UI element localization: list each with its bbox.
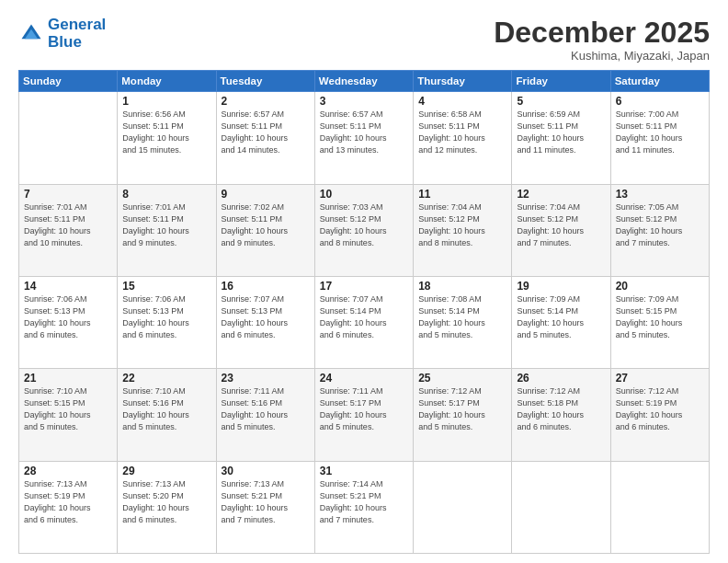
table-row: 13Sunrise: 7:05 AM Sunset: 5:12 PM Dayli… (610, 184, 709, 276)
table-row: 21Sunrise: 7:10 AM Sunset: 5:15 PM Dayli… (19, 369, 118, 461)
day-number: 28 (24, 465, 112, 477)
location-subtitle: Kushima, Miyazaki, Japan (494, 49, 710, 63)
day-number: 5 (517, 95, 605, 108)
day-info: Sunrise: 6:59 AM Sunset: 5:11 PM Dayligh… (517, 109, 605, 156)
day-info: Sunrise: 7:09 AM Sunset: 5:14 PM Dayligh… (517, 293, 605, 341)
table-row: 22Sunrise: 7:10 AM Sunset: 5:16 PM Dayli… (118, 369, 216, 461)
calendar-table: Sunday Monday Tuesday Wednesday Thursday… (18, 70, 710, 554)
table-row: 3Sunrise: 6:57 AM Sunset: 5:11 PM Daylig… (314, 92, 413, 184)
table-row: 8Sunrise: 7:01 AM Sunset: 5:11 PM Daylig… (118, 184, 216, 276)
day-number: 11 (418, 188, 506, 201)
day-info: Sunrise: 7:06 AM Sunset: 5:13 PM Dayligh… (24, 293, 112, 341)
table-row: 27Sunrise: 7:12 AM Sunset: 5:19 PM Dayli… (610, 369, 709, 461)
day-info: Sunrise: 7:06 AM Sunset: 5:13 PM Dayligh… (122, 293, 210, 341)
day-info: Sunrise: 6:57 AM Sunset: 5:11 PM Dayligh… (320, 109, 408, 156)
day-info: Sunrise: 7:01 AM Sunset: 5:11 PM Dayligh… (122, 201, 210, 249)
table-row: 18Sunrise: 7:08 AM Sunset: 5:14 PM Dayli… (414, 276, 512, 368)
day-number: 26 (517, 372, 605, 385)
calendar-week-row: 28Sunrise: 7:13 AM Sunset: 5:19 PM Dayli… (19, 461, 710, 553)
day-number: 12 (517, 188, 605, 201)
day-info: Sunrise: 7:14 AM Sunset: 5:21 PM Dayligh… (320, 478, 408, 526)
day-number: 17 (320, 280, 408, 293)
calendar-week-row: 14Sunrise: 7:06 AM Sunset: 5:13 PM Dayli… (19, 276, 710, 368)
header: General Blue December 2025 Kushima, Miya… (18, 17, 710, 63)
table-row: 6Sunrise: 7:00 AM Sunset: 5:11 PM Daylig… (610, 92, 709, 184)
day-number: 23 (222, 372, 310, 385)
calendar-week-row: 21Sunrise: 7:10 AM Sunset: 5:15 PM Dayli… (19, 369, 710, 461)
month-title: December 2025 (494, 17, 710, 49)
day-number: 29 (122, 465, 210, 477)
day-info: Sunrise: 7:10 AM Sunset: 5:16 PM Dayligh… (122, 385, 210, 433)
day-info: Sunrise: 7:01 AM Sunset: 5:11 PM Dayligh… (24, 201, 112, 249)
table-row: 15Sunrise: 7:06 AM Sunset: 5:13 PM Dayli… (118, 276, 216, 368)
day-number: 4 (418, 95, 506, 108)
calendar-week-row: 7Sunrise: 7:01 AM Sunset: 5:11 PM Daylig… (19, 184, 710, 276)
day-number: 2 (222, 95, 310, 108)
day-number: 21 (24, 372, 112, 385)
day-info: Sunrise: 7:12 AM Sunset: 5:18 PM Dayligh… (517, 385, 605, 433)
table-row: 19Sunrise: 7:09 AM Sunset: 5:14 PM Dayli… (512, 276, 610, 368)
day-info: Sunrise: 7:11 AM Sunset: 5:17 PM Dayligh… (320, 385, 408, 433)
table-row (610, 461, 709, 553)
table-row: 16Sunrise: 7:07 AM Sunset: 5:13 PM Dayli… (216, 276, 314, 368)
day-info: Sunrise: 7:04 AM Sunset: 5:12 PM Dayligh… (517, 201, 605, 249)
table-row (414, 461, 512, 553)
calendar-header-row: Sunday Monday Tuesday Wednesday Thursday… (19, 71, 710, 92)
day-info: Sunrise: 7:13 AM Sunset: 5:19 PM Dayligh… (24, 478, 112, 526)
table-row (19, 92, 118, 184)
day-number: 20 (616, 280, 704, 293)
day-number: 8 (122, 188, 210, 201)
table-row: 29Sunrise: 7:13 AM Sunset: 5:20 PM Dayli… (118, 461, 216, 553)
col-friday: Friday (512, 71, 610, 92)
table-row: 17Sunrise: 7:07 AM Sunset: 5:14 PM Dayli… (314, 276, 413, 368)
day-info: Sunrise: 7:02 AM Sunset: 5:11 PM Dayligh… (222, 201, 310, 249)
table-row: 12Sunrise: 7:04 AM Sunset: 5:12 PM Dayli… (512, 184, 610, 276)
logo: General Blue (18, 17, 106, 51)
col-sunday: Sunday (19, 71, 118, 92)
title-block: December 2025 Kushima, Miyazaki, Japan (494, 17, 710, 63)
day-info: Sunrise: 7:07 AM Sunset: 5:14 PM Dayligh… (320, 293, 408, 341)
day-info: Sunrise: 6:58 AM Sunset: 5:11 PM Dayligh… (418, 109, 506, 156)
table-row: 14Sunrise: 7:06 AM Sunset: 5:13 PM Dayli… (19, 276, 118, 368)
day-info: Sunrise: 7:08 AM Sunset: 5:14 PM Dayligh… (418, 293, 506, 341)
day-number: 10 (320, 188, 408, 201)
table-row: 10Sunrise: 7:03 AM Sunset: 5:12 PM Dayli… (314, 184, 413, 276)
day-info: Sunrise: 7:11 AM Sunset: 5:16 PM Dayligh… (222, 385, 310, 433)
day-info: Sunrise: 6:57 AM Sunset: 5:11 PM Dayligh… (222, 109, 310, 156)
table-row (512, 461, 610, 553)
table-row: 4Sunrise: 6:58 AM Sunset: 5:11 PM Daylig… (414, 92, 512, 184)
col-thursday: Thursday (414, 71, 512, 92)
table-row: 1Sunrise: 6:56 AM Sunset: 5:11 PM Daylig… (118, 92, 216, 184)
day-number: 31 (320, 465, 408, 477)
day-number: 30 (222, 465, 310, 477)
table-row: 31Sunrise: 7:14 AM Sunset: 5:21 PM Dayli… (314, 461, 413, 553)
day-number: 22 (122, 372, 210, 385)
table-row: 11Sunrise: 7:04 AM Sunset: 5:12 PM Dayli… (414, 184, 512, 276)
day-info: Sunrise: 7:13 AM Sunset: 5:20 PM Dayligh… (122, 478, 210, 526)
logo-line2: Blue (48, 34, 106, 52)
day-info: Sunrise: 7:10 AM Sunset: 5:15 PM Dayligh… (24, 385, 112, 433)
table-row: 25Sunrise: 7:12 AM Sunset: 5:17 PM Dayli… (414, 369, 512, 461)
table-row: 5Sunrise: 6:59 AM Sunset: 5:11 PM Daylig… (512, 92, 610, 184)
day-info: Sunrise: 7:04 AM Sunset: 5:12 PM Dayligh… (418, 201, 506, 249)
logo-text: General Blue (48, 17, 106, 51)
logo-line1: General (48, 16, 106, 33)
day-info: Sunrise: 7:00 AM Sunset: 5:11 PM Dayligh… (616, 109, 704, 156)
col-wednesday: Wednesday (314, 71, 413, 92)
day-number: 24 (320, 372, 408, 385)
table-row: 23Sunrise: 7:11 AM Sunset: 5:16 PM Dayli… (216, 369, 314, 461)
table-row: 24Sunrise: 7:11 AM Sunset: 5:17 PM Dayli… (314, 369, 413, 461)
calendar-week-row: 1Sunrise: 6:56 AM Sunset: 5:11 PM Daylig… (19, 92, 710, 184)
col-monday: Monday (118, 71, 216, 92)
day-number: 25 (418, 372, 506, 385)
day-number: 19 (517, 280, 605, 293)
day-info: Sunrise: 7:03 AM Sunset: 5:12 PM Dayligh… (320, 201, 408, 249)
table-row: 7Sunrise: 7:01 AM Sunset: 5:11 PM Daylig… (19, 184, 118, 276)
page: General Blue December 2025 Kushima, Miya… (0, 0, 728, 563)
day-info: Sunrise: 7:09 AM Sunset: 5:15 PM Dayligh… (616, 293, 704, 341)
day-number: 13 (616, 188, 704, 201)
table-row: 20Sunrise: 7:09 AM Sunset: 5:15 PM Dayli… (610, 276, 709, 368)
day-number: 18 (418, 280, 506, 293)
day-number: 1 (122, 95, 210, 108)
day-info: Sunrise: 6:56 AM Sunset: 5:11 PM Dayligh… (122, 109, 210, 156)
